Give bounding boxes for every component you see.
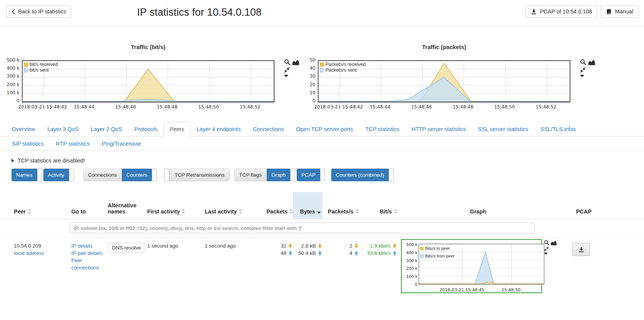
y-tick-label: 0 [16,98,20,103]
arrow-down-icon [317,243,322,248]
goto-link-ip-details[interactable]: IP details [71,242,92,249]
switch-handle[interactable] [152,169,157,181]
chart-plot-area[interactable]: bit/s receivedbit/s sent [22,60,274,102]
tab-ssl-tls-infos[interactable]: SSL/TLS infos [534,122,582,136]
tab-open-tcp-server-ports[interactable]: Open TCP server ports [290,122,360,136]
toggle-counters-combined[interactable]: Counters (combined) [331,169,389,181]
tab-rtp-statistics[interactable]: RTP statistics [50,136,96,151]
toggle-names[interactable]: Names [12,169,37,181]
column-header-packets[interactable]: Packets [260,192,293,219]
y-tick-label: 100 k [406,273,417,280]
caret-down-icon[interactable] [284,75,288,77]
zoom-icon[interactable] [284,59,290,65]
manual-button[interactable]: Manual [601,5,639,18]
zoom-icon[interactable] [544,240,549,245]
toggle-graph[interactable]: Graph [267,169,291,181]
column-header-last-activity[interactable]: Last activity [205,192,260,219]
tab-connections[interactable]: Connections [247,122,290,136]
toggle-connections[interactable]: Connections [83,169,122,181]
arrow-down-icon [288,243,293,248]
toggle-tcp-flags[interactable]: TCP flags [234,169,267,181]
sort-icon [182,209,185,214]
legend-label: bit/s sent [30,67,49,73]
legend-item-packets-s-sent: Packets/s sent [320,67,366,73]
switch-handle[interactable] [164,169,169,181]
tab-layer-4-endpoints[interactable]: Layer 4 endpoints [191,122,247,136]
column-label: Last activity [205,208,237,215]
caret-down-icon[interactable] [544,253,548,255]
local-address-link[interactable]: local address [14,249,44,257]
pcap-download-button[interactable]: PCAP of 10.54.0.108 [526,5,597,18]
tab-overview[interactable]: Overview [6,122,41,136]
collapse-icon[interactable] [580,67,586,73]
x-tick-label: 15:48:44 [370,104,390,110]
top-bar: Back to IP statistics IP statistics for … [0,0,644,26]
chart-plot-area[interactable]: Packets/s receivedPackets/s sent [318,60,570,102]
topbar-actions: PCAP of 10.54.0.108 Manual [526,5,639,18]
dns-resolve-button[interactable]: DNS resolve [108,243,145,253]
switch-handle[interactable] [37,169,42,181]
column-header-first-activity[interactable]: First activity [147,192,205,219]
chart-legend: Packets/s receivedPackets/s sent [320,62,366,73]
column-label: Bit/s [380,208,392,215]
switch-handle[interactable] [389,169,394,181]
x-tick-label: 15:48:44 [74,104,94,110]
switch-handle[interactable] [69,169,74,181]
chart-y-axis: 500 k400 k300 k200 k100 k0 [3,60,20,102]
peer-cell: 10.54.0.209 local address [14,238,71,293]
y-tick-label: 500 k [406,241,417,248]
y-tick-label: 100 k [7,90,20,95]
tab-sip-statistics[interactable]: SIP statistics [6,136,50,151]
toggle-tcp-retransmissions[interactable]: TCP Retransmissions [169,169,229,181]
collapse-icon[interactable] [284,67,290,73]
area-chart-icon[interactable] [292,59,299,65]
x-tick-label: 15:48:52 [240,104,261,110]
area-chart-icon[interactable] [588,59,595,65]
legend-label: Bits/s from peer [425,253,455,260]
column-header-peer[interactable]: Peer [14,192,71,219]
page-title: IP statistics for 10.54.0.108 [0,7,399,18]
chart-plot-area[interactable]: Bits/s to peerBits/s from peer [419,244,544,284]
tab-protocols[interactable]: Protocols [128,122,163,136]
chart-x-axis: 2018-03-21 15:48:4215:48:4415:48:4615:48… [318,104,570,110]
toggle-activity[interactable]: Activity [43,169,69,181]
column-header-packets-s[interactable]: Packets/s [322,192,359,219]
column-header-bytes[interactable]: Bytes [293,192,322,219]
toggle-group-connections-counters: ConnectionsCounters [83,169,157,181]
tab-ping-traceroute[interactable]: Ping/Traceroute [96,136,148,151]
x-tick-label: 2018-03-21 15:48:42 [314,104,363,110]
area-chart-icon[interactable] [551,240,557,245]
tcp-disabled-notice: TCP statistics are disabled! [12,158,644,164]
peer-filter-input[interactable] [70,223,535,233]
toggle-group-pcap: PCAP [297,169,325,181]
bits-per-s-cell: 1.9 kbit/s 33.6 kbit/s [359,238,397,293]
chart-controls [580,59,596,79]
caret-down-icon[interactable] [580,75,584,77]
goto-link-ip-pair-details[interactable]: IP pair details [71,249,103,257]
toggle-pcap[interactable]: PCAP [297,169,320,181]
goto-link-peer-connections[interactable]: Peer connections [71,257,103,271]
toggle-counters[interactable]: Counters [122,169,152,181]
tab-peers[interactable]: Peers [164,122,191,136]
tab-layer-2-qos[interactable]: Layer 2 QoS [85,122,128,136]
tab-http-server-statistics[interactable]: HTTP server statistics [405,122,472,136]
tab-layer-3-qos[interactable]: Layer 3 QoS [41,122,84,136]
manual-button-label: Manual [615,8,633,15]
chart-controls [284,59,300,79]
switch-handle[interactable] [290,169,295,181]
bits-s-sent: 33.6 kbit/s [367,249,391,257]
chart-title: Traffic (packets) [318,44,570,50]
y-tick-label: 200 k [7,82,20,87]
tab-ssl-server-statistics[interactable]: SSL server statistics [472,122,534,136]
collapse-icon[interactable] [544,246,549,251]
chart-x-axis: 2018-03-21 15:48:4515:48:50 [419,286,544,292]
tab-tcp-statistics[interactable]: TCP statistics [359,122,405,136]
row-pcap-download-button[interactable] [572,243,590,256]
chart-title: Traffic (bit/s) [22,44,274,50]
zoom-icon[interactable] [580,59,586,65]
column-header-bit-s[interactable]: Bit/s [359,192,397,219]
toggle-group-tcp-retransmissions: TCP Retransmissions [164,169,229,181]
toggle-group-names: Names [12,169,42,181]
column-label: Bytes [300,208,315,215]
switch-handle[interactable] [320,169,325,181]
